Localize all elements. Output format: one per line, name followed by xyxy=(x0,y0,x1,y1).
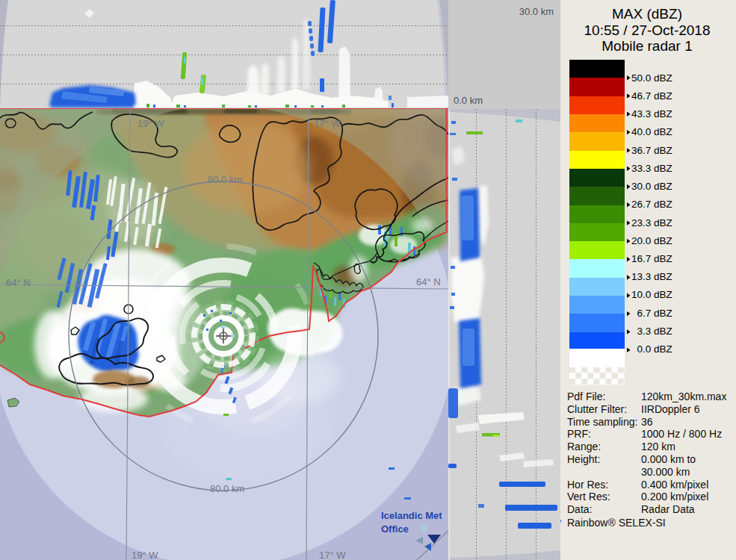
svg-text:19° W: 19° W xyxy=(132,550,158,560)
svg-text:46.7 dBZ: 46.7 dBZ xyxy=(631,90,672,102)
svg-text:50.0 dBZ: 50.0 dBZ xyxy=(631,72,672,84)
svg-text:Hor Res:: Hor Res: xyxy=(567,479,608,491)
svg-text:120 km: 120 km xyxy=(641,441,675,452)
svg-text:30.0 dBZ: 30.0 dBZ xyxy=(631,181,672,192)
svg-text:40.0 dBZ: 40.0 dBZ xyxy=(631,126,672,137)
svg-text:17° W: 17° W xyxy=(314,118,341,129)
svg-text:13.3 dBZ: 13.3 dBZ xyxy=(631,271,672,282)
svg-text:0.0 km: 0.0 km xyxy=(454,95,483,106)
svg-text:19° W: 19° W xyxy=(137,118,164,129)
svg-text:26.7 dBZ: 26.7 dBZ xyxy=(631,199,672,210)
svg-text:10.0 dBZ: 10.0 dBZ xyxy=(631,289,672,300)
svg-text:23.3 dBZ: 23.3 dBZ xyxy=(631,217,672,228)
svg-text:1000 Hz / 800 Hz: 1000 Hz / 800 Hz xyxy=(641,428,722,440)
svg-text:Pdf File:: Pdf File: xyxy=(567,391,605,402)
svg-text:30.000 km: 30.000 km xyxy=(641,466,690,478)
svg-text:20.0 dBZ: 20.0 dBZ xyxy=(631,235,672,246)
svg-text:Clutter Filter:: Clutter Filter: xyxy=(567,403,627,415)
svg-text:0.000 km to: 0.000 km to xyxy=(641,453,696,465)
svg-text:64° N: 64° N xyxy=(6,277,31,288)
svg-text:Time sampling:: Time sampling: xyxy=(567,416,637,428)
svg-text:Mobile radar 1: Mobile radar 1 xyxy=(602,38,692,54)
svg-text:120km_30km.max: 120km_30km.max xyxy=(641,391,726,402)
svg-text:36: 36 xyxy=(641,416,653,428)
svg-text:Height:: Height: xyxy=(567,453,600,465)
svg-text:IIRDoppler 6: IIRDoppler 6 xyxy=(641,403,700,415)
svg-text:Range:: Range: xyxy=(567,441,601,452)
svg-text:0.0 dBZ: 0.0 dBZ xyxy=(637,343,672,355)
svg-text:43.3 dBZ: 43.3 dBZ xyxy=(631,108,672,119)
svg-text:3.3 dBZ: 3.3 dBZ xyxy=(637,326,672,337)
svg-text:Radar Data: Radar Data xyxy=(641,503,695,515)
svg-text:16.7 dBZ: 16.7 dBZ xyxy=(631,253,672,264)
svg-text:80.0 km: 80.0 km xyxy=(210,483,244,494)
svg-text:PRF:: PRF: xyxy=(567,428,591,440)
svg-text:33.3 dBZ: 33.3 dBZ xyxy=(631,163,672,174)
svg-text:10:55 / 27-Oct-2018: 10:55 / 27-Oct-2018 xyxy=(584,22,711,38)
svg-text:Data:: Data: xyxy=(567,503,592,515)
svg-text:Icelandic Met: Icelandic Met xyxy=(381,510,442,521)
svg-text:Vert Res:: Vert Res: xyxy=(567,491,610,503)
svg-text:6.7 dBZ: 6.7 dBZ xyxy=(637,308,672,319)
svg-text:Office: Office xyxy=(381,523,409,535)
svg-text:0.400 km/pixel: 0.400 km/pixel xyxy=(641,479,708,491)
svg-text:30.0 km: 30.0 km xyxy=(519,6,554,17)
svg-text:Rainbow® SELEX-SI: Rainbow® SELEX-SI xyxy=(567,517,666,529)
svg-text:17° W: 17° W xyxy=(319,550,346,560)
svg-text:MAX (dBZ): MAX (dBZ) xyxy=(612,6,682,22)
svg-text:80.0 km: 80.0 km xyxy=(208,174,242,185)
svg-text:64° N: 64° N xyxy=(416,276,441,287)
svg-text:0.200 km/pixel: 0.200 km/pixel xyxy=(641,491,708,503)
svg-text:36.7 dBZ: 36.7 dBZ xyxy=(631,145,672,156)
